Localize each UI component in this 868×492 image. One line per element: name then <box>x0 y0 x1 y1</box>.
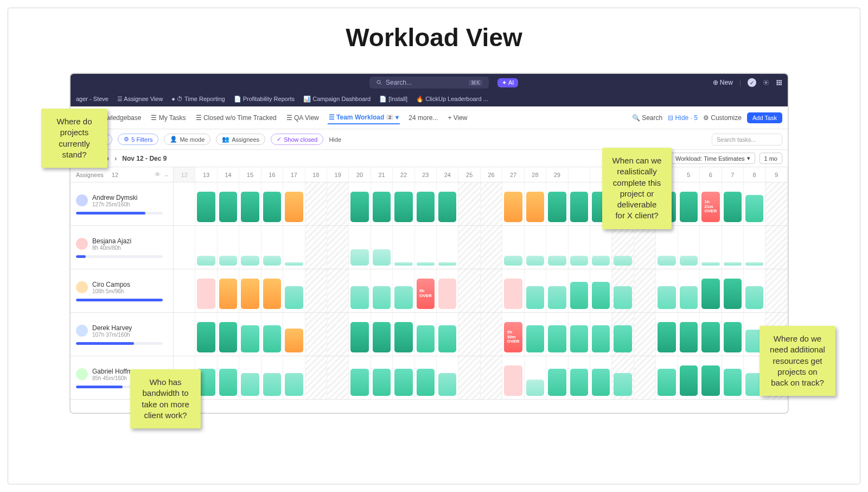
workspace-tab[interactable]: 🔥 ClickUp Leaderboard ... <box>416 96 488 103</box>
workspace-tab[interactable]: ☰ Assignee View <box>117 96 163 103</box>
workload-cell[interactable] <box>722 226 744 269</box>
filters-hide[interactable]: Hide <box>329 136 341 143</box>
assignee-cell[interactable]: Andrew Dymski127h 25m/160h <box>71 182 174 225</box>
workload-cell[interactable] <box>634 313 656 356</box>
workload-cell[interactable] <box>569 182 590 225</box>
workload-cell[interactable] <box>195 182 217 225</box>
workload-cell[interactable] <box>174 269 195 312</box>
workload-cell[interactable] <box>458 226 480 269</box>
ai-button[interactable]: ✦ AI <box>497 78 518 87</box>
workload-cell[interactable] <box>634 269 656 312</box>
workload-cell[interactable] <box>744 226 765 269</box>
workload-cell[interactable] <box>590 313 612 356</box>
workload-cell[interactable] <box>393 313 414 356</box>
search-action[interactable]: 🔍 Search <box>632 114 662 122</box>
workload-cell[interactable] <box>612 313 634 356</box>
workload-cell[interactable] <box>261 313 283 356</box>
workload-cell[interactable] <box>261 356 283 399</box>
workload-cell[interactable] <box>371 269 393 312</box>
hide-action[interactable]: ⊟ Hide · 5 <box>668 114 698 122</box>
view-tab[interactable]: ☰ Team Workload 2 ▾ <box>328 111 400 124</box>
workload-mode-dropdown[interactable]: Workload: Time Estimates ▾ <box>671 153 755 164</box>
grid-icon[interactable] <box>776 79 782 86</box>
workload-cell[interactable] <box>437 269 458 312</box>
workload-cell[interactable] <box>437 313 458 356</box>
workload-cell[interactable] <box>502 269 524 312</box>
workload-cell[interactable] <box>305 356 327 399</box>
workload-cell[interactable] <box>349 269 371 312</box>
workload-cell[interactable] <box>744 182 765 225</box>
workload-cell[interactable]: 2h30mOVER <box>502 313 524 356</box>
workload-cell[interactable] <box>371 226 393 269</box>
collapse-icon[interactable]: ⌄ <box>164 171 169 178</box>
workload-cell[interactable] <box>305 269 327 312</box>
workload-cell[interactable] <box>656 356 678 399</box>
workload-cell[interactable] <box>502 356 524 399</box>
workload-cell[interactable] <box>174 182 195 225</box>
view-tab[interactable]: ☰ Closed w/o Time Tracked <box>195 112 278 124</box>
workload-cell[interactable] <box>481 226 502 269</box>
workload-cell[interactable] <box>569 356 590 399</box>
workload-cell[interactable] <box>327 356 349 399</box>
workload-cell[interactable] <box>502 226 524 269</box>
workspace-tab[interactable]: ager - Steve <box>76 96 108 102</box>
workload-cell[interactable] <box>349 226 371 269</box>
workload-cell[interactable] <box>700 356 722 399</box>
workload-cell[interactable] <box>283 313 305 356</box>
workload-cell[interactable] <box>765 182 787 225</box>
workload-cell[interactable] <box>327 269 349 312</box>
workload-cell[interactable] <box>722 313 744 356</box>
assignee-cell[interactable]: Besjana Ajazi8h 40m/80h <box>71 226 174 269</box>
workload-cell[interactable] <box>678 313 700 356</box>
workload-cell[interactable] <box>305 182 327 225</box>
workload-cell[interactable] <box>678 356 700 399</box>
workspace-tab[interactable]: 📄 Profitability Reports <box>234 96 295 103</box>
workload-cell[interactable] <box>546 356 568 399</box>
workload-cell[interactable] <box>327 226 349 269</box>
workload-cell[interactable] <box>458 269 480 312</box>
assignee-cell[interactable]: Ciro Campos108h 5m/96h <box>71 269 174 312</box>
workload-cell[interactable] <box>218 226 239 269</box>
workload-cell[interactable] <box>327 182 349 225</box>
workload-cell[interactable] <box>349 182 371 225</box>
workload-cell[interactable] <box>305 313 327 356</box>
workload-cell[interactable] <box>239 226 261 269</box>
workload-cell[interactable] <box>765 269 787 312</box>
workload-cell[interactable] <box>195 313 217 356</box>
workload-cell[interactable] <box>393 182 414 225</box>
workload-cell[interactable] <box>546 226 568 269</box>
workload-cell[interactable] <box>678 182 700 225</box>
workload-cell[interactable] <box>481 313 502 356</box>
workload-cell[interactable] <box>437 226 458 269</box>
workload-cell[interactable]: 1h21mOVER <box>700 182 722 225</box>
workload-cell[interactable] <box>590 226 612 269</box>
workload-cell[interactable] <box>546 269 568 312</box>
global-search[interactable]: Search... ⌘K <box>369 77 489 89</box>
chip-me-mode[interactable]: 👤 Me mode <box>164 134 210 145</box>
workload-cell[interactable] <box>546 182 568 225</box>
workload-cell[interactable] <box>239 182 261 225</box>
customize-action[interactable]: ⚙ Customize <box>703 114 742 122</box>
chip-show-closed[interactable]: ✓ Show closed <box>271 134 323 145</box>
workload-cell[interactable] <box>261 269 283 312</box>
workload-cell[interactable] <box>590 269 612 312</box>
workload-cell[interactable] <box>612 226 634 269</box>
workload-cell[interactable] <box>458 182 480 225</box>
workload-cell[interactable] <box>481 356 502 399</box>
workload-cell[interactable] <box>569 226 590 269</box>
workload-cell[interactable] <box>481 182 502 225</box>
workload-cell[interactable] <box>371 313 393 356</box>
workload-cell[interactable] <box>458 313 480 356</box>
workload-cell[interactable] <box>393 269 414 312</box>
workload-cell[interactable] <box>174 226 195 269</box>
workload-cell[interactable] <box>525 313 546 356</box>
gear-icon[interactable] <box>763 79 769 86</box>
workload-cell[interactable] <box>590 356 612 399</box>
workload-cell[interactable] <box>656 226 678 269</box>
workload-cell[interactable] <box>525 182 546 225</box>
new-button[interactable]: ⊕ New <box>713 79 733 86</box>
workload-cell[interactable] <box>634 226 656 269</box>
workload-cell[interactable]: 5hOVER <box>415 269 437 312</box>
workload-cell[interactable] <box>371 182 393 225</box>
workload-cell[interactable] <box>744 269 765 312</box>
